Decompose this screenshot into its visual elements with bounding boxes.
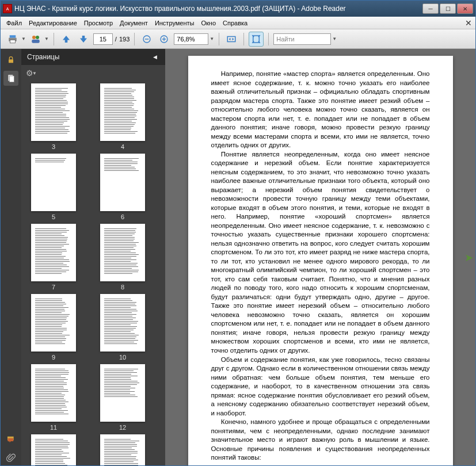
svg-point-4 (36, 36, 39, 39)
thumbnail-label: 12 (119, 424, 126, 431)
svg-rect-0 (10, 35, 16, 38)
svg-rect-13 (9, 59, 13, 63)
zoom-level-box[interactable]: 76,8% (174, 33, 208, 45)
pages-icon (6, 74, 16, 83)
menu-help[interactable]: Справка (219, 18, 251, 28)
cursor-icon: ➤ (464, 251, 473, 264)
page-separator: / (115, 36, 117, 43)
fit-width-button[interactable] (224, 32, 239, 47)
thumbnail-label: 10 (119, 354, 126, 361)
thumbnails-toolbar: ⚙ ▼ (21, 65, 165, 81)
thumbnail-label: 7 (52, 284, 55, 291)
menu-file[interactable]: Файл (3, 18, 25, 28)
thumbnail-10[interactable]: 10 (95, 294, 150, 361)
speech-icon (6, 435, 16, 444)
paragraph: Например, понятие «мастер спорта» являет… (211, 70, 430, 150)
chevron-down-icon[interactable]: ▼ (32, 71, 37, 76)
zoom-level: 76,8% (177, 36, 195, 43)
collab-button[interactable] (28, 32, 43, 47)
separator (243, 33, 244, 45)
collapse-panel-button[interactable]: ◀ (150, 52, 159, 62)
paragraph: Объем и содержание понятия, как уже гово… (211, 356, 430, 418)
attachments-button[interactable] (3, 450, 18, 465)
menubar: Файл Редактирование Просмотр Документ Ин… (1, 17, 475, 29)
pages-panel-button[interactable] (3, 71, 18, 86)
thumbnail-3[interactable]: 3 (26, 83, 81, 150)
thumbnail-6[interactable]: 6 (95, 154, 150, 220)
document-page: Например, понятие «мастер спорта» являет… (188, 56, 453, 465)
thumbnail-11[interactable]: 11 (26, 364, 81, 431)
printer-icon (7, 34, 18, 44)
thumbnails-title: Страницы (27, 53, 59, 61)
fit-width-icon (226, 34, 237, 44)
minus-circle-icon (142, 35, 151, 44)
thumbnail-4[interactable]: 4 (95, 83, 150, 150)
paragraph: Конечно, намного удобнее и проще обращат… (211, 418, 430, 463)
svg-rect-15 (9, 76, 14, 82)
arrow-up-icon (61, 34, 71, 44)
zoom-in-button[interactable] (157, 32, 172, 47)
thumbnail-label: 11 (50, 424, 57, 431)
separator (134, 33, 135, 45)
chevron-down-icon[interactable]: ▼ (210, 36, 214, 41)
thumbnail-14[interactable]: 14 (95, 434, 150, 465)
next-page-button[interactable] (76, 32, 91, 47)
thumbnail-7[interactable]: 7 (26, 224, 81, 291)
thumbnail-13[interactable]: 13 (26, 434, 81, 465)
thumbnail-label: 4 (121, 143, 124, 150)
fit-page-button[interactable] (249, 32, 264, 47)
total-pages: 193 (119, 36, 130, 43)
thumbnail-8[interactable]: 8 (95, 224, 150, 291)
separator (268, 33, 269, 45)
menu-document[interactable]: Документ (116, 18, 151, 28)
content-area: Страницы ◀ ⚙ ▼ 345678910111213141516 Нап… (1, 49, 475, 465)
print-button[interactable] (5, 32, 20, 47)
prev-page-button[interactable] (59, 32, 74, 47)
titlebar[interactable]: A НЦ ЭНАС - Краткий курс логики. Искусст… (1, 1, 475, 17)
svg-rect-5 (32, 39, 40, 43)
thumbnail-label: 9 (52, 354, 55, 361)
thumbnails-scroll[interactable]: 345678910111213141516 (21, 81, 165, 465)
nav-rail (1, 49, 21, 465)
document-viewport[interactable]: Например, понятие «мастер спорта» являет… (165, 49, 475, 465)
people-icon (31, 34, 41, 44)
thumbnail-9[interactable]: 9 (26, 294, 81, 361)
chevron-down-icon[interactable]: ▼ (44, 36, 49, 41)
search-placeholder: Найти (276, 36, 294, 43)
close-button[interactable]: ✕ (457, 3, 473, 14)
thumbnail-label: 5 (52, 213, 55, 220)
thumbnail-label: 3 (52, 143, 55, 150)
svg-rect-2 (10, 40, 16, 43)
lock-icon (6, 55, 16, 64)
menu-view[interactable]: Просмотр (81, 18, 116, 28)
menu-window[interactable]: Окно (197, 18, 219, 28)
page-number-input[interactable] (93, 33, 113, 45)
lock-button[interactable] (3, 52, 18, 67)
zoom-out-button[interactable] (139, 32, 154, 47)
thumbnail-label: 8 (121, 284, 124, 291)
menu-edit[interactable]: Редактирование (25, 18, 81, 28)
paperclip-icon (6, 453, 16, 463)
comments-button[interactable] (3, 432, 18, 447)
maximize-button[interactable]: ☐ (440, 3, 456, 14)
svg-rect-11 (227, 36, 235, 41)
thumbnails-panel: Страницы ◀ ⚙ ▼ 345678910111213141516 (21, 49, 165, 465)
menubar-close-icon[interactable]: ✕ (464, 18, 473, 28)
thumbnails-header: Страницы ◀ (21, 49, 165, 65)
arrow-down-icon (78, 34, 89, 44)
separator (219, 33, 219, 45)
paragraph: Понятие является неопределенным, когда о… (211, 150, 430, 356)
menu-tools[interactable]: Инструменты (151, 18, 198, 28)
search-input[interactable]: Найти (273, 33, 331, 45)
fit-page-icon (251, 34, 261, 44)
thumbnail-12[interactable]: 12 (95, 364, 150, 431)
separator (54, 33, 54, 45)
pdf-icon: A (3, 4, 12, 13)
app-window: A НЦ ЭНАС - Краткий курс логики. Искусст… (0, 0, 476, 466)
minimize-button[interactable]: ─ (422, 3, 439, 14)
chevron-down-icon[interactable]: ▼ (21, 36, 26, 41)
thumbnail-5[interactable]: 5 (26, 154, 81, 220)
plus-circle-icon (159, 35, 169, 44)
chevron-down-icon[interactable]: ▼ (332, 36, 337, 41)
svg-point-3 (32, 36, 36, 39)
